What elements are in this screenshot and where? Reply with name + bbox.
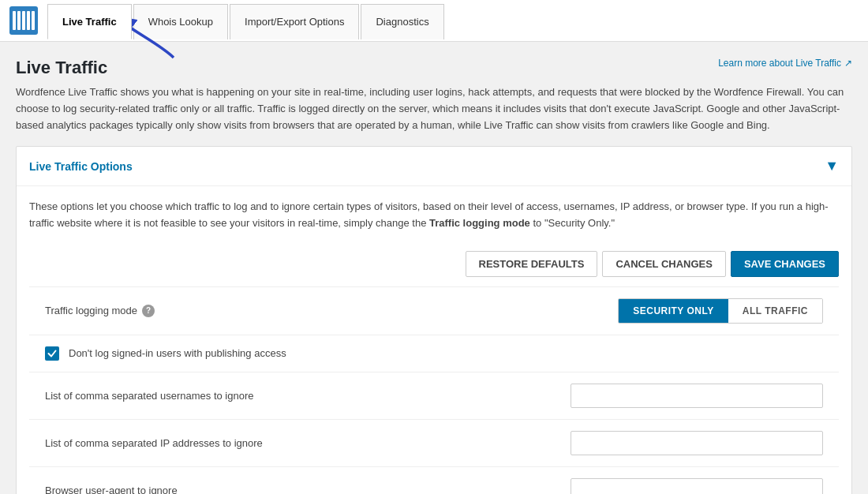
svg-rect-2 (17, 11, 21, 30)
ignore-ips-label: List of comma separated IP addresses to … (45, 437, 263, 449)
page-title: Live Traffic (16, 58, 107, 78)
tab-live-traffic[interactable]: Live Traffic (47, 4, 132, 39)
svg-rect-3 (22, 11, 25, 30)
chevron-down-icon: ▼ (825, 158, 839, 174)
tab-whois-lookup[interactable]: Whois Lookup (133, 4, 228, 39)
tab-list: Live Traffic Whois Lookup Import/Export … (47, 3, 446, 39)
main-content: Live Traffic Learn more about Live Traff… (0, 42, 868, 494)
dont-log-signed-in-checkbox[interactable] (45, 346, 59, 361)
options-panel: Live Traffic Options ▼ These options let… (16, 146, 852, 494)
save-changes-button[interactable]: SAVE CHANGES (731, 251, 839, 277)
dont-log-signed-in-row: Don't log signed-in users with publishin… (29, 335, 839, 372)
dont-log-signed-in-label: Don't log signed-in users with publishin… (69, 347, 286, 359)
svg-rect-5 (32, 11, 35, 30)
ignore-ips-input[interactable] (571, 431, 823, 455)
logo (0, 0, 47, 41)
cancel-changes-button[interactable]: CANCEL CHANGES (602, 251, 726, 277)
svg-rect-1 (13, 11, 16, 30)
checkmark-icon (47, 349, 57, 358)
traffic-logging-toggle: SECURITY ONLY ALL TRAFFIC (618, 298, 823, 324)
options-panel-title: Live Traffic Options (29, 160, 133, 173)
traffic-logging-mode-row: Traffic logging mode ? SECURITY ONLY ALL… (29, 287, 839, 335)
top-navigation: Live Traffic Whois Lookup Import/Export … (0, 0, 868, 42)
svg-rect-4 (27, 11, 30, 30)
restore-defaults-button[interactable]: RESTORE DEFAULTS (466, 251, 598, 277)
security-only-toggle[interactable]: SECURITY ONLY (619, 299, 728, 323)
learn-more-link[interactable]: Learn more about Live Traffic ↗ (718, 58, 852, 69)
ignore-user-agent-row: Browser user-agent to ignore (29, 467, 839, 494)
ignore-usernames-label: List of comma separated usernames to ign… (45, 390, 253, 402)
ignore-ips-row: List of comma separated IP addresses to … (29, 420, 839, 467)
page-header: Live Traffic Learn more about Live Traff… (16, 58, 852, 78)
ignore-user-agent-label: Browser user-agent to ignore (45, 485, 178, 494)
traffic-logging-mode-label: Traffic logging mode ? (45, 305, 155, 317)
tab-import-export[interactable]: Import/Export Options (230, 4, 359, 39)
ignore-usernames-row: List of comma separated usernames to ign… (29, 372, 839, 420)
ignore-user-agent-input[interactable] (571, 478, 823, 494)
tab-diagnostics[interactable]: Diagnostics (361, 4, 443, 39)
options-panel-header[interactable]: Live Traffic Options ▼ (17, 147, 851, 186)
page-description: Wordfence Live Traffic shows you what is… (16, 84, 852, 133)
all-traffic-toggle[interactable]: ALL TRAFFIC (728, 299, 822, 323)
options-panel-body: These options let you choose which traff… (17, 186, 851, 494)
ignore-usernames-input[interactable] (571, 384, 823, 408)
external-link-icon: ↗ (844, 58, 852, 69)
help-icon[interactable]: ? (142, 305, 155, 317)
options-description: These options let you choose which traff… (29, 199, 839, 232)
button-row: RESTORE DEFAULTS CANCEL CHANGES SAVE CHA… (29, 245, 839, 287)
